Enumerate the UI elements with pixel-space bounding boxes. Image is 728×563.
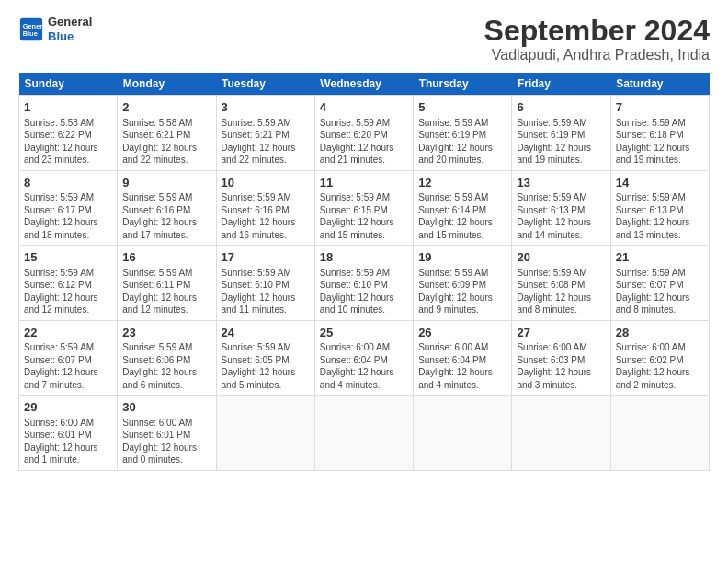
day-number: 7	[616, 99, 704, 116]
location-title: Vadlapudi, Andhra Pradesh, India	[484, 47, 710, 63]
table-row	[314, 396, 413, 471]
day-number: 11	[320, 175, 408, 191]
col-sunday: Sunday	[19, 73, 118, 96]
day-info: Sunrise: 5:59 AM Sunset: 6:19 PM Dayligh…	[418, 117, 506, 167]
day-number: 1	[24, 99, 112, 116]
day-info: Sunrise: 5:59 AM Sunset: 6:10 PM Dayligh…	[222, 267, 310, 316]
day-number: 17	[222, 249, 310, 266]
table-row: 21Sunrise: 5:59 AM Sunset: 6:07 PM Dayli…	[610, 246, 709, 321]
table-row: 2Sunrise: 5:58 AM Sunset: 6:21 PM Daylig…	[118, 96, 216, 171]
day-info: Sunrise: 5:59 AM Sunset: 6:06 PM Dayligh…	[122, 341, 210, 391]
logo-line1: General	[48, 15, 92, 29]
table-row: 18Sunrise: 5:59 AM Sunset: 6:10 PM Dayli…	[314, 246, 413, 321]
day-number: 3	[222, 99, 310, 116]
day-info: Sunrise: 5:59 AM Sunset: 6:11 PM Dayligh…	[122, 267, 210, 316]
table-row	[512, 396, 610, 471]
day-info: Sunrise: 5:59 AM Sunset: 6:07 PM Dayligh…	[24, 341, 112, 391]
day-info: Sunrise: 5:59 AM Sunset: 6:15 PM Dayligh…	[320, 191, 408, 241]
day-number: 15	[24, 249, 112, 266]
calendar-week-5: 29Sunrise: 6:00 AM Sunset: 6:01 PM Dayli…	[19, 396, 710, 471]
table-row: 8Sunrise: 5:59 AM Sunset: 6:17 PM Daylig…	[19, 170, 118, 246]
table-row: 12Sunrise: 5:59 AM Sunset: 6:14 PM Dayli…	[414, 170, 512, 246]
day-number: 12	[418, 175, 506, 191]
day-number: 18	[320, 249, 408, 266]
day-number: 27	[517, 325, 605, 341]
svg-text:Blue: Blue	[23, 29, 38, 38]
table-row: 24Sunrise: 5:59 AM Sunset: 6:05 PM Dayli…	[216, 320, 314, 396]
table-row: 14Sunrise: 5:59 AM Sunset: 6:13 PM Dayli…	[610, 170, 709, 246]
table-row: 27Sunrise: 6:00 AM Sunset: 6:03 PM Dayli…	[512, 320, 610, 396]
calendar-week-4: 22Sunrise: 5:59 AM Sunset: 6:07 PM Dayli…	[19, 320, 710, 396]
table-row: 28Sunrise: 6:00 AM Sunset: 6:02 PM Dayli…	[610, 320, 709, 396]
day-number: 24	[222, 325, 310, 341]
day-number: 22	[24, 325, 112, 341]
table-row: 10Sunrise: 5:59 AM Sunset: 6:16 PM Dayli…	[216, 170, 314, 246]
day-info: Sunrise: 5:59 AM Sunset: 6:13 PM Dayligh…	[517, 191, 605, 241]
day-number: 25	[320, 325, 408, 341]
day-info: Sunrise: 5:59 AM Sunset: 6:13 PM Dayligh…	[616, 191, 704, 241]
table-row: 23Sunrise: 5:59 AM Sunset: 6:06 PM Dayli…	[118, 320, 216, 396]
table-row: 17Sunrise: 5:59 AM Sunset: 6:10 PM Dayli…	[216, 246, 314, 321]
logo-icon: General Blue	[18, 17, 44, 42]
table-row: 16Sunrise: 5:59 AM Sunset: 6:11 PM Dayli…	[118, 246, 216, 321]
day-number: 13	[517, 175, 605, 191]
day-number: 29	[24, 399, 112, 416]
table-row	[216, 396, 314, 471]
header-row: Sunday Monday Tuesday Wednesday Thursday…	[19, 73, 710, 96]
day-number: 23	[122, 325, 210, 341]
main-container: General Blue General Blue September 2024…	[0, 0, 728, 480]
table-row: 7Sunrise: 5:59 AM Sunset: 6:18 PM Daylig…	[610, 96, 709, 171]
col-wednesday: Wednesday	[314, 73, 413, 96]
month-title: September 2024	[484, 15, 710, 47]
day-number: 6	[517, 99, 605, 116]
col-friday: Friday	[512, 73, 610, 96]
day-info: Sunrise: 5:59 AM Sunset: 6:16 PM Dayligh…	[222, 191, 310, 241]
table-row: 25Sunrise: 6:00 AM Sunset: 6:04 PM Dayli…	[314, 320, 413, 396]
table-row	[610, 396, 709, 471]
day-info: Sunrise: 6:00 AM Sunset: 6:01 PM Dayligh…	[122, 417, 210, 466]
day-number: 9	[122, 175, 210, 191]
day-number: 5	[418, 99, 506, 116]
day-number: 2	[122, 99, 210, 116]
day-info: Sunrise: 6:00 AM Sunset: 6:03 PM Dayligh…	[517, 341, 605, 391]
day-info: Sunrise: 5:59 AM Sunset: 6:18 PM Dayligh…	[616, 117, 704, 167]
day-number: 16	[122, 249, 210, 266]
calendar-week-3: 15Sunrise: 5:59 AM Sunset: 6:12 PM Dayli…	[19, 246, 710, 321]
day-info: Sunrise: 5:59 AM Sunset: 6:05 PM Dayligh…	[222, 341, 310, 391]
day-number: 14	[616, 175, 704, 191]
day-info: Sunrise: 6:00 AM Sunset: 6:04 PM Dayligh…	[418, 341, 506, 391]
table-row: 19Sunrise: 5:59 AM Sunset: 6:09 PM Dayli…	[414, 246, 512, 321]
day-info: Sunrise: 5:59 AM Sunset: 6:08 PM Dayligh…	[517, 267, 605, 316]
day-info: Sunrise: 6:00 AM Sunset: 6:01 PM Dayligh…	[24, 417, 112, 466]
table-row: 13Sunrise: 5:59 AM Sunset: 6:13 PM Dayli…	[512, 170, 610, 246]
table-row: 3Sunrise: 5:59 AM Sunset: 6:21 PM Daylig…	[216, 96, 314, 171]
table-row: 9Sunrise: 5:59 AM Sunset: 6:16 PM Daylig…	[118, 170, 216, 246]
header: General Blue General Blue September 2024…	[18, 15, 710, 63]
day-info: Sunrise: 5:59 AM Sunset: 6:19 PM Dayligh…	[517, 117, 605, 167]
day-number: 26	[418, 325, 506, 341]
col-tuesday: Tuesday	[216, 73, 314, 96]
day-info: Sunrise: 5:58 AM Sunset: 6:21 PM Dayligh…	[122, 117, 210, 167]
table-row: 15Sunrise: 5:59 AM Sunset: 6:12 PM Dayli…	[19, 246, 118, 321]
day-number: 19	[418, 249, 506, 266]
day-info: Sunrise: 5:59 AM Sunset: 6:10 PM Dayligh…	[320, 267, 408, 316]
col-saturday: Saturday	[610, 73, 709, 96]
table-row: 5Sunrise: 5:59 AM Sunset: 6:19 PM Daylig…	[414, 96, 512, 171]
day-number: 4	[320, 99, 408, 116]
day-info: Sunrise: 5:59 AM Sunset: 6:09 PM Dayligh…	[418, 267, 506, 316]
col-thursday: Thursday	[414, 73, 512, 96]
table-row: 30Sunrise: 6:00 AM Sunset: 6:01 PM Dayli…	[118, 396, 216, 471]
table-row: 1Sunrise: 5:58 AM Sunset: 6:22 PM Daylig…	[19, 96, 118, 171]
table-row: 29Sunrise: 6:00 AM Sunset: 6:01 PM Dayli…	[19, 396, 118, 471]
day-info: Sunrise: 6:00 AM Sunset: 6:04 PM Dayligh…	[320, 341, 408, 391]
table-row: 4Sunrise: 5:59 AM Sunset: 6:20 PM Daylig…	[314, 96, 413, 171]
day-info: Sunrise: 5:59 AM Sunset: 6:12 PM Dayligh…	[24, 267, 112, 316]
day-info: Sunrise: 5:58 AM Sunset: 6:22 PM Dayligh…	[24, 117, 112, 167]
day-number: 30	[122, 399, 210, 416]
day-info: Sunrise: 5:59 AM Sunset: 6:17 PM Dayligh…	[24, 191, 112, 241]
day-number: 20	[517, 249, 605, 266]
table-row: 26Sunrise: 6:00 AM Sunset: 6:04 PM Dayli…	[414, 320, 512, 396]
calendar-week-2: 8Sunrise: 5:59 AM Sunset: 6:17 PM Daylig…	[19, 170, 710, 246]
day-info: Sunrise: 5:59 AM Sunset: 6:14 PM Dayligh…	[418, 191, 506, 241]
logo: General Blue General Blue	[18, 15, 92, 43]
